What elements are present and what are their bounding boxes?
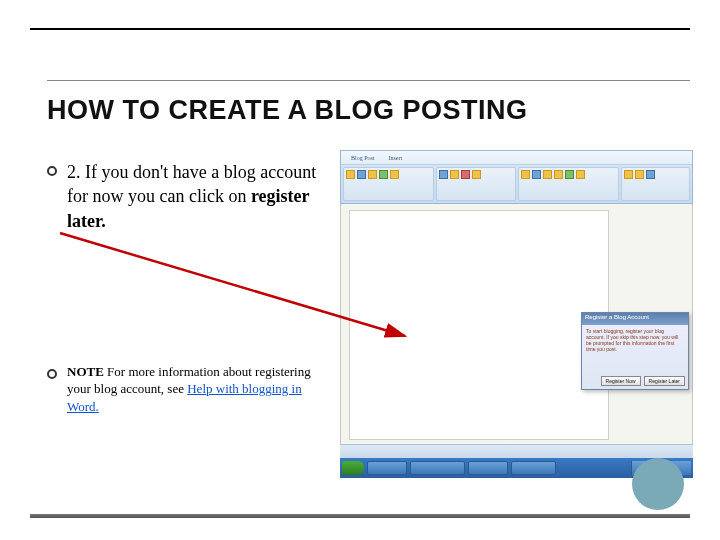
ribbon: Blog Post Insert [340,150,693,204]
register-now-button[interactable]: Register Now [601,376,641,386]
word-status-bar [340,444,693,458]
body-text-column: 2. If you don't have a blog account for … [47,160,327,456]
slide-title: HOW TO CREATE A BLOG POSTING [47,95,528,126]
taskbar-button[interactable] [410,461,465,475]
tab: Blog Post [347,154,379,162]
document-area: Register a Blog Account To start bloggin… [340,204,693,444]
taskbar-button[interactable] [468,461,508,475]
bullet-step-2: 2. If you don't have a blog account for … [47,160,327,233]
ribbon-tabs: Blog Post Insert [341,151,692,165]
ribbon-group [518,167,620,201]
word-screenshot: Blog Post Insert Register a Blog Account… [340,150,693,510]
note-text: NOTE For more information about register… [67,363,327,416]
start-button[interactable] [342,461,364,475]
dialog-title: Register a Blog Account [582,313,688,325]
ribbon-group [621,167,690,201]
step-2-text: 2. If you don't have a blog account for … [67,160,327,233]
ribbon-group [343,167,434,201]
taskbar-button[interactable] [367,461,407,475]
bullet-icon [47,166,57,176]
tab: Insert [385,154,407,162]
bottom-rule [30,514,690,518]
bullet-note: NOTE For more information about register… [47,363,327,416]
ribbon-group [436,167,516,201]
top-rule [30,28,690,30]
dialog-body: To start blogging, register your blog ac… [582,325,688,355]
taskbar-button[interactable] [511,461,556,475]
register-later-button[interactable]: Register Later [644,376,685,386]
note-label: NOTE [67,364,104,379]
blank-page [349,210,609,440]
bullet-icon [47,369,57,379]
ribbon-groups [341,165,692,203]
register-blog-dialog: Register a Blog Account To start bloggin… [581,312,689,390]
dialog-buttons: Register Now Register Later [601,376,685,386]
title-rule [47,80,690,81]
decorative-circle [632,458,684,510]
